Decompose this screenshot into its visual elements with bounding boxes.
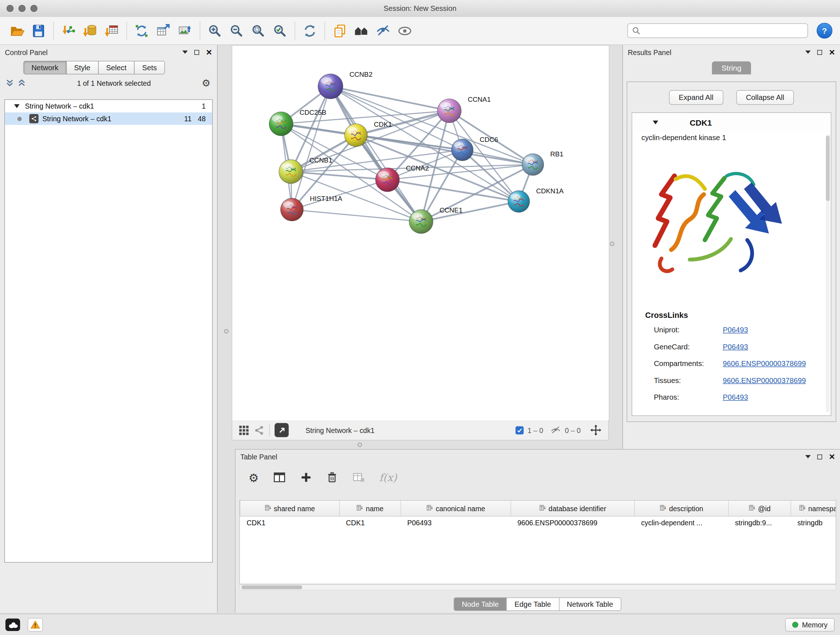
table-panel-float-button[interactable] (817, 454, 822, 459)
tab-network[interactable]: Network (24, 61, 66, 74)
crosslink-value-link[interactable]: 9606.ENSP00000378699 (723, 359, 806, 368)
tab-select[interactable]: Select (98, 61, 134, 74)
fit-content-button[interactable] (590, 424, 602, 436)
share-network-button[interactable] (254, 425, 264, 435)
open-session-button[interactable] (6, 20, 27, 42)
birdseye-view-button[interactable] (239, 425, 249, 435)
results-panel-float-button[interactable] (817, 50, 822, 55)
results-panel-menu-button[interactable] (805, 51, 811, 54)
node-CCNB2[interactable]: CCNB2 (318, 71, 373, 99)
table-cell[interactable]: P06493 (401, 516, 511, 528)
node-RB1[interactable]: RB1 (522, 150, 563, 175)
results-scrollbar[interactable] (826, 135, 830, 412)
tab-edge-table[interactable]: Edge Table (507, 597, 559, 611)
edge-CCNB2-HIST1H1A[interactable] (292, 87, 331, 210)
protein-section-header[interactable]: CDK1 (632, 113, 831, 131)
collection-expand-icon[interactable] (14, 104, 19, 108)
export-image-button[interactable] (175, 20, 195, 42)
control-panel-close-button[interactable]: ✕ (206, 49, 212, 56)
node-CCNE1[interactable]: CCNE1 (409, 206, 463, 234)
splitter-handle[interactable] (224, 329, 229, 333)
function-builder-button[interactable]: f(x) (379, 471, 397, 483)
edge-CCNB2-CCNA1[interactable] (331, 87, 450, 111)
import-network-from-file-button[interactable] (58, 20, 79, 42)
zoom-out-button[interactable] (226, 20, 247, 42)
results-scrollbar-thumb[interactable] (826, 136, 830, 201)
network-options-gear-button[interactable]: ⚙ (202, 78, 210, 88)
control-panel-menu-button[interactable] (182, 51, 188, 54)
table-cell[interactable]: stringdb (791, 516, 836, 528)
help-button[interactable]: ? (817, 23, 833, 39)
edge-CCNB2-CCNE1[interactable] (331, 87, 422, 222)
expand-all-button[interactable]: Expand All (669, 90, 723, 105)
cloud-button[interactable] (5, 618, 20, 631)
tab-network-table[interactable]: Network Table (559, 597, 621, 611)
table-cell[interactable]: stringdb:9... (729, 516, 791, 528)
delete-column-button[interactable] (326, 471, 338, 483)
network-collection-row[interactable]: String Network – cdk1 1 (5, 100, 212, 112)
detach-view-button[interactable] (275, 423, 289, 437)
collapse-section-icon[interactable] (653, 120, 658, 124)
collapse-all-button[interactable]: Collapse All (736, 90, 794, 105)
search-input[interactable] (644, 26, 803, 35)
create-column-button[interactable] (300, 471, 312, 483)
import-network-from-database-button[interactable] (80, 20, 101, 42)
network-canvas[interactable]: CCNB2CCNA1CDC25BCDK1CDC6RB1CCNB1CCNA2CDK… (232, 45, 609, 421)
selected-checkbox[interactable] (515, 426, 524, 434)
hide-graphics-details-button[interactable] (373, 20, 393, 42)
table-cell[interactable]: cyclin-dependent ... (635, 516, 729, 528)
network-row-selected[interactable]: String Network – cdk1 11 48 (5, 112, 212, 125)
home-button[interactable] (351, 20, 372, 42)
node-CCNA1[interactable]: CCNA1 (437, 96, 491, 123)
table-scrollbar-thumb[interactable] (242, 585, 302, 589)
table-panel-menu-button[interactable] (805, 455, 811, 458)
column-header--id[interactable]: @id (729, 501, 791, 516)
crosslink-value-link[interactable]: P06493 (723, 393, 748, 402)
table-cell[interactable]: CDK1 (240, 516, 340, 528)
table-cell[interactable]: CDK1 (339, 516, 401, 528)
edge-CCNB1-CCNA2[interactable] (291, 172, 387, 180)
show-graphics-details-button[interactable] (395, 20, 415, 42)
warnings-button[interactable] (28, 618, 43, 632)
string-tab[interactable]: String (712, 62, 752, 74)
column-header-name[interactable]: name (339, 501, 401, 516)
delete-table-button[interactable] (352, 471, 365, 484)
zoom-in-button[interactable] (205, 20, 225, 42)
crosslink-value-link[interactable]: 9606.ENSP00000378699 (723, 377, 806, 385)
edge-CDKN1A-CCNE1[interactable] (421, 202, 519, 222)
zoom-selected-button[interactable] (270, 20, 291, 42)
table-row[interactable]: CDK1CDK1P064939606.ENSP00000378699cyclin… (240, 516, 836, 528)
clone-network-button[interactable] (153, 20, 174, 42)
crosslink-value-link[interactable]: P06493 (723, 326, 748, 334)
crosslink-value-link[interactable]: P06493 (723, 343, 748, 351)
apply-layout-button[interactable] (300, 20, 320, 42)
column-header-namespac[interactable]: namespac (791, 501, 836, 516)
collapse-all-networks-button[interactable] (5, 79, 14, 88)
tab-style[interactable]: Style (66, 61, 98, 74)
control-panel-float-button[interactable] (194, 50, 199, 55)
splitter-handle[interactable] (358, 443, 362, 447)
network-tools-button[interactable] (131, 20, 152, 42)
column-header-database-identifier[interactable]: database identifier (511, 501, 635, 516)
column-header-canonical-name[interactable]: canonical name (401, 501, 511, 516)
save-session-button[interactable] (28, 20, 49, 42)
show-columns-button[interactable] (273, 471, 286, 484)
zoom-fit-button[interactable] (248, 20, 269, 42)
column-header-description[interactable]: description (635, 501, 729, 516)
table-horizontal-scrollbar[interactable] (240, 584, 836, 591)
copy-button[interactable] (330, 20, 350, 42)
table-panel-close-button[interactable]: ✕ (829, 453, 835, 461)
node-CDKN1A[interactable]: CDKN1A (508, 187, 564, 212)
table-options-gear-button[interactable]: ⚙ (248, 472, 259, 483)
table-cell[interactable]: 9606.ENSP00000378699 (511, 516, 635, 528)
expand-all-networks-button[interactable] (17, 79, 26, 88)
column-header-shared-name[interactable]: shared name (240, 501, 340, 516)
tab-sets[interactable]: Sets (134, 61, 165, 74)
node-HIST1H1A[interactable]: HIST1H1A (281, 195, 343, 221)
tab-node-table[interactable]: Node Table (454, 597, 507, 611)
edge-HIST1H1A-CCNE1[interactable] (292, 210, 421, 222)
import-table-from-file-button[interactable] (102, 20, 122, 42)
splitter-handle[interactable] (610, 242, 614, 246)
results-panel-close-button[interactable]: ✕ (829, 49, 835, 56)
memory-button[interactable]: Memory (785, 618, 835, 632)
